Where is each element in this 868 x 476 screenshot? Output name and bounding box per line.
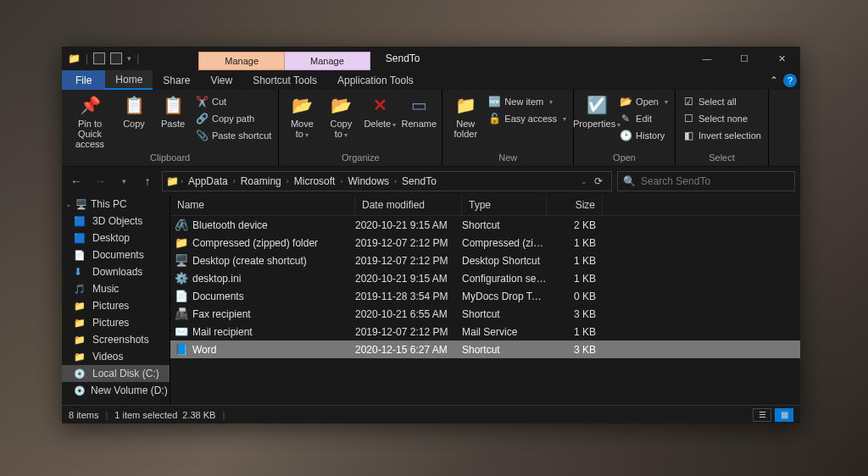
sidebar-item[interactable]: 3D Objects — [62, 213, 170, 230]
search-box[interactable]: 🔍 — [617, 171, 795, 191]
file-icon: 📄 — [174, 290, 189, 302]
file-row[interactable]: 📠 Fax recipient 2020-10-21 6:55 AM Short… — [170, 305, 800, 323]
copy-path-button[interactable]: 🔗Copy path — [194, 112, 273, 125]
forward-button[interactable]: → — [91, 171, 109, 191]
paste-shortcut-button[interactable]: 📎Paste shortcut — [194, 129, 273, 142]
pin-icon: 📌 — [78, 93, 102, 117]
close-button[interactable]: ✕ — [763, 47, 800, 70]
qat-properties-icon[interactable] — [93, 53, 105, 64]
search-icon: 🔍 — [623, 175, 636, 187]
address-dropdown-icon[interactable]: ⌄ — [581, 177, 587, 185]
file-type: MyDocs Drop Targ... — [462, 291, 547, 302]
move-icon: 📂 — [290, 93, 314, 117]
maximize-button[interactable]: ☐ — [726, 47, 763, 70]
context-tab-shortcut[interactable]: Manage — [198, 52, 285, 70]
back-button[interactable]: ← — [67, 171, 86, 191]
history-button[interactable]: 🕑History — [618, 129, 670, 142]
breadcrumb[interactable]: Microsoft — [291, 175, 339, 187]
file-type: Mail Service — [462, 326, 547, 338]
file-row[interactable]: 📄 Documents 2019-11-28 3:54 PM MyDocs Dr… — [170, 287, 800, 305]
file-row[interactable]: 📁 Compressed (zipped) folder 2019-12-07 … — [170, 234, 800, 252]
status-item-count: 8 items — [69, 410, 98, 420]
new-item-button[interactable]: 🆕New item▾ — [487, 95, 568, 108]
copy-icon: 📋 — [122, 93, 146, 117]
sidebar-item[interactable]: New Volume (D:) — [62, 382, 170, 399]
file-row[interactable]: ⚙️ desktop.ini 2020-10-21 9:15 AM Config… — [170, 269, 800, 287]
help-icon[interactable]: ? — [783, 74, 797, 87]
sidebar-item[interactable]: Music — [62, 280, 170, 297]
status-selected-count: 1 item selected — [114, 410, 177, 420]
pin-label: Pin to Quick access — [67, 119, 113, 149]
select-all-button[interactable]: ☑Select all — [681, 95, 763, 108]
easy-access-icon: 🔓 — [488, 113, 500, 125]
sidebar-item[interactable]: Pictures — [62, 297, 170, 314]
tab-application-tools[interactable]: Application Tools — [327, 70, 424, 90]
up-button[interactable]: ↑ — [138, 171, 157, 191]
tab-share[interactable]: Share — [153, 70, 200, 90]
minimize-button[interactable]: — — [688, 47, 726, 70]
cut-button[interactable]: ✂️Cut — [194, 95, 273, 108]
copy-button[interactable]: 📋 Copy — [116, 93, 152, 129]
select-none-button[interactable]: ☐Select none — [681, 112, 763, 125]
pin-button[interactable]: 📌 Pin to Quick access — [67, 93, 113, 149]
context-tab-application[interactable]: Manage — [285, 52, 370, 70]
address-bar[interactable]: 📁 › AppData› Roaming› Microsoft› Windows… — [162, 171, 612, 191]
collapse-ribbon-icon[interactable]: ⌃ — [770, 75, 778, 86]
sidebar-item[interactable]: Downloads — [62, 263, 170, 280]
column-name[interactable]: Name — [170, 196, 355, 215]
file-date: 2019-12-07 2:12 PM — [355, 255, 462, 267]
sidebar-item[interactable]: Local Disk (C:) — [62, 365, 170, 382]
rename-button[interactable]: ▭ Rename — [401, 93, 437, 129]
thumbnails-view-button[interactable]: ▦ — [775, 408, 793, 422]
sidebar-this-pc[interactable]: ⌄ This PC — [62, 196, 170, 213]
breadcrumb[interactable]: AppData — [185, 175, 231, 187]
sidebar-item[interactable]: Pictures — [62, 314, 170, 331]
invert-selection-button[interactable]: ◧Invert selection — [681, 129, 763, 142]
qat-dropdown-icon[interactable]: ▾ — [127, 54, 131, 63]
easy-access-button[interactable]: 🔓Easy access▾ — [487, 112, 568, 125]
sidebar-item-label: Screenshots — [92, 334, 149, 346]
file-row[interactable]: ✉️ Mail recipient 2019-12-07 2:12 PM Mai… — [170, 323, 800, 340]
column-size[interactable]: Size — [547, 196, 603, 215]
sidebar-item-label: Documents — [92, 249, 144, 261]
new-folder-button[interactable]: 📁 New folder — [448, 93, 483, 139]
file-row[interactable]: 📘 Word 2020-12-15 6:27 AM Shortcut 3 KB — [170, 340, 800, 358]
refresh-icon[interactable]: ⟳ — [594, 175, 603, 187]
column-type[interactable]: Type — [462, 196, 547, 215]
delete-button[interactable]: ✕ Delete▾ — [362, 93, 398, 129]
paste-button[interactable]: 📋 Paste — [155, 93, 191, 129]
copy-to-button[interactable]: 📂 Copy to▾ — [323, 93, 359, 139]
tab-shortcut-tools[interactable]: Shortcut Tools — [242, 70, 327, 90]
file-row[interactable]: 🖥️ Desktop (create shortcut) 2019-12-07 … — [170, 252, 800, 269]
history-icon: 🕑 — [620, 130, 632, 141]
breadcrumb[interactable]: Roaming — [237, 175, 285, 187]
tab-home[interactable]: Home — [105, 70, 153, 90]
navigation-pane[interactable]: ⌄ This PC 3D ObjectsDesktopDocumentsDown… — [62, 196, 170, 405]
qat-new-icon[interactable] — [110, 53, 122, 64]
chevron-down-icon: ⌄ — [65, 200, 72, 208]
sidebar-item-icon — [74, 232, 87, 244]
recent-dropdown-icon[interactable]: ▾ — [114, 171, 133, 191]
file-row[interactable]: 🖇️ Bluetooth device 2020-10-21 9:15 AM S… — [170, 216, 800, 234]
file-icon: 🖇️ — [174, 219, 189, 231]
edit-button[interactable]: ✎Edit — [618, 112, 670, 125]
properties-button[interactable]: ☑️ Properties▾ — [579, 93, 615, 129]
tab-file[interactable]: File — [62, 70, 105, 90]
sidebar-item[interactable]: Desktop — [62, 230, 170, 246]
sidebar-item[interactable]: Videos — [62, 348, 170, 365]
titlebar[interactable]: | ▾ | Manage Manage SendTo — ☐ ✕ — [62, 47, 800, 70]
move-to-button[interactable]: 📂 Move to▾ — [284, 93, 320, 139]
tab-view[interactable]: View — [200, 70, 242, 90]
breadcrumb[interactable]: Windows — [344, 175, 392, 187]
file-type: Shortcut — [462, 344, 547, 356]
search-input[interactable] — [641, 175, 789, 187]
open-button[interactable]: 📂Open▾ — [618, 95, 670, 108]
file-rows[interactable]: 🖇️ Bluetooth device 2020-10-21 9:15 AM S… — [170, 216, 800, 405]
sidebar-item[interactable]: Documents — [62, 246, 170, 263]
sidebar-item[interactable]: Screenshots — [62, 331, 170, 348]
column-date[interactable]: Date modified — [355, 196, 462, 215]
file-name: Desktop (create shortcut) — [189, 255, 355, 267]
details-view-button[interactable]: ☰ — [753, 408, 771, 422]
file-icon: ✉️ — [174, 325, 189, 338]
breadcrumb[interactable]: SendTo — [398, 175, 440, 187]
